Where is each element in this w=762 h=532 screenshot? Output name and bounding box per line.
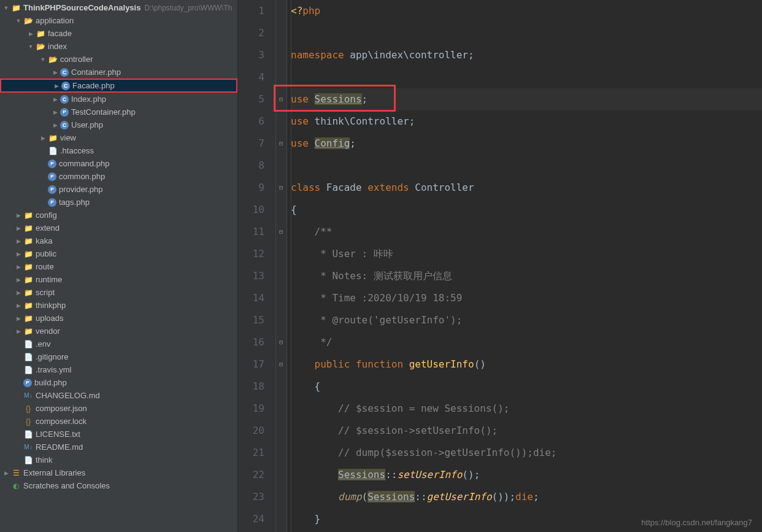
chevron-right-icon: ▶	[15, 302, 22, 309]
code-line[interactable]: {	[291, 376, 762, 398]
php-icon: P	[48, 160, 56, 168]
chevron-down-icon: ▼	[15, 17, 22, 25]
folder-icon: 📁	[23, 301, 33, 310]
fold-marker-icon[interactable]: ⊟	[277, 360, 285, 368]
folder-view[interactable]: ▶ 📁 view	[0, 131, 237, 144]
file-testcontainer-php[interactable]: ▶ P TestContainer.php	[0, 106, 237, 118]
file-icon: 📄	[23, 339, 33, 349]
folder-icon: 📂	[36, 42, 45, 52]
fold-gutter[interactable]: ⊟ ⊟ ⊟ ⊟ ⊟ ⊟	[276, 0, 287, 532]
folder-public[interactable]: ▶📁public	[0, 247, 237, 260]
chevron-right-icon: ▶	[39, 134, 47, 142]
file-composer-json[interactable]: {}composer.json	[0, 402, 237, 415]
project-path: D:\phpstudy_pro\WWW\Th	[144, 4, 232, 12]
code-line[interactable]: */	[291, 331, 762, 353]
code-line[interactable]: namespace app\index\controller;	[291, 44, 762, 66]
folder-extend[interactable]: ▶📁extend	[0, 222, 237, 234]
code-line[interactable]	[291, 66, 762, 88]
chevron-right-icon: ▶	[15, 328, 22, 335]
scratches-icon: ◐	[11, 481, 21, 491]
folder-index[interactable]: ▼ 📂 index	[0, 40, 237, 53]
folder-controller[interactable]: ▼ 📂 controller	[0, 53, 237, 66]
file-user-php[interactable]: ▶ C User.php	[0, 118, 237, 131]
code-line[interactable]: <?php	[291, 0, 762, 22]
file-composer-lock[interactable]: {}composer.lock	[0, 415, 237, 428]
file-think[interactable]: 📄think	[0, 453, 237, 466]
code-line[interactable]: public function getUserInfo()	[291, 353, 762, 376]
folder-config[interactable]: ▶📁config	[0, 209, 237, 222]
code-line[interactable]: * User : 咔咔	[291, 243, 762, 265]
folder-icon: 📂	[48, 55, 58, 64]
code-editor[interactable]: 1234 5678 9101112 13141516 17181920 2122…	[238, 0, 762, 532]
code-line[interactable]	[291, 155, 762, 177]
code-line[interactable]: * @route('getUserInfo');	[291, 309, 762, 331]
folder-kaka[interactable]: ▶📁kaka	[0, 234, 237, 247]
folder-application[interactable]: ▼ 📂 application	[0, 14, 237, 27]
file-readme[interactable]: M↓README.md	[0, 441, 237, 453]
file-icon: 📄	[23, 455, 33, 465]
folder-icon: 📁	[23, 236, 33, 246]
watermark: https://blog.csdn.net/fangkang7	[641, 518, 752, 527]
code-content[interactable]: <?php namespace app\index\controller; us…	[287, 0, 762, 532]
fold-marker-icon[interactable]: ⊟	[277, 139, 285, 147]
code-line[interactable]: class Facade extends Controller	[291, 177, 762, 199]
file-icon: 📄	[48, 146, 58, 156]
fold-marker-icon[interactable]: ⊟	[277, 183, 285, 191]
code-line[interactable]: * Notes: 测试获取用户信息	[291, 265, 762, 287]
code-line[interactable]: // dump($session->getUserInfo());die;	[291, 442, 762, 464]
folder-facade[interactable]: ▶ 📁 facade	[0, 27, 237, 40]
chevron-right-icon: ▶	[52, 109, 59, 116]
code-line[interactable]: // $session->setUserInfo();	[291, 420, 762, 442]
code-line[interactable]: use think\Controller;	[291, 110, 762, 133]
fold-marker-icon[interactable]: ⊟	[277, 338, 285, 345]
code-line[interactable]: {	[291, 199, 762, 221]
file-provider-php[interactable]: P provider.php	[0, 183, 237, 196]
chevron-right-icon: ▶	[15, 250, 22, 258]
folder-script[interactable]: ▶📁script	[0, 286, 237, 299]
code-line[interactable]: /**	[291, 221, 762, 243]
file-travis[interactable]: 📄.travis.yml	[0, 363, 237, 376]
project-tree-panel[interactable]: ▼ 📁 ThinkPHPSourceCodeAnalysis D:\phpstu…	[0, 0, 238, 532]
file-facade-php[interactable]: ▶ C Facade.php	[0, 79, 237, 93]
code-line[interactable]: use Sessions;	[291, 88, 762, 110]
chevron-right-icon: ▶	[2, 469, 10, 477]
code-line[interactable]: * Time :2020/10/19 18:59	[291, 287, 762, 309]
file-build-php[interactable]: Pbuild.php	[0, 376, 237, 389]
code-line[interactable]: Sessions::setUserInfo();	[291, 464, 762, 486]
file-tags-php[interactable]: P tags.php	[0, 196, 237, 209]
folder-thinkphp[interactable]: ▶📁thinkphp	[0, 299, 237, 312]
text-icon: 📄	[23, 430, 33, 439]
project-name: ThinkPHPSourceCodeAnalysis	[23, 3, 140, 12]
file-icon: 📄	[23, 352, 33, 362]
file-icon: 📄	[23, 365, 33, 375]
file-command-php[interactable]: P command.php	[0, 157, 237, 170]
code-line[interactable]: use Config;	[291, 133, 762, 155]
code-line[interactable]	[291, 22, 762, 44]
code-line[interactable]: dump(Sessions::getUserInfo());die;	[291, 486, 762, 508]
fold-marker-icon[interactable]: ⊟	[277, 95, 285, 102]
file-gitignore[interactable]: 📄.gitignore	[0, 350, 237, 363]
file-common-php[interactable]: P common.php	[0, 170, 237, 183]
folder-icon: 📁	[23, 288, 33, 298]
folder-vendor[interactable]: ▶📁vendor	[0, 325, 237, 337]
json-icon: {}	[23, 404, 33, 414]
file-htaccess[interactable]: 📄 .htaccess	[0, 144, 237, 157]
php-icon: P	[48, 172, 56, 181]
external-libraries[interactable]: ▶ ☰ External Libraries	[0, 466, 237, 479]
code-line[interactable]: // $session = new Sessions();	[291, 398, 762, 420]
folder-icon: 📁	[48, 133, 58, 143]
file-container-php[interactable]: ▶ C Container.php	[0, 66, 237, 79]
folder-icon: 📁	[23, 314, 33, 323]
php-icon: P	[48, 185, 56, 194]
file-license[interactable]: 📄LICENSE.txt	[0, 428, 237, 441]
project-root[interactable]: ▼ 📁 ThinkPHPSourceCodeAnalysis D:\phpstu…	[0, 1, 237, 14]
file-env[interactable]: 📄.env	[0, 337, 237, 350]
folder-uploads[interactable]: ▶📁uploads	[0, 312, 237, 325]
folder-icon: 📁	[23, 326, 33, 336]
fold-marker-icon[interactable]: ⊟	[277, 228, 285, 235]
file-index-php[interactable]: ▶ C Index.php	[0, 93, 237, 106]
folder-route[interactable]: ▶📁route	[0, 260, 237, 273]
scratches-consoles[interactable]: ◐ Scratches and Consoles	[0, 479, 237, 492]
folder-runtime[interactable]: ▶📁runtime	[0, 273, 237, 286]
file-changelog[interactable]: M↓CHANGELOG.md	[0, 389, 237, 402]
